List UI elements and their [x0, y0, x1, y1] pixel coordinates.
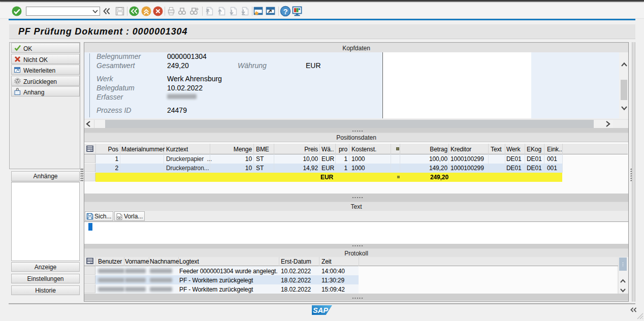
svg-text:SAP: SAP [313, 306, 328, 314]
svg-text:?: ? [283, 7, 287, 16]
